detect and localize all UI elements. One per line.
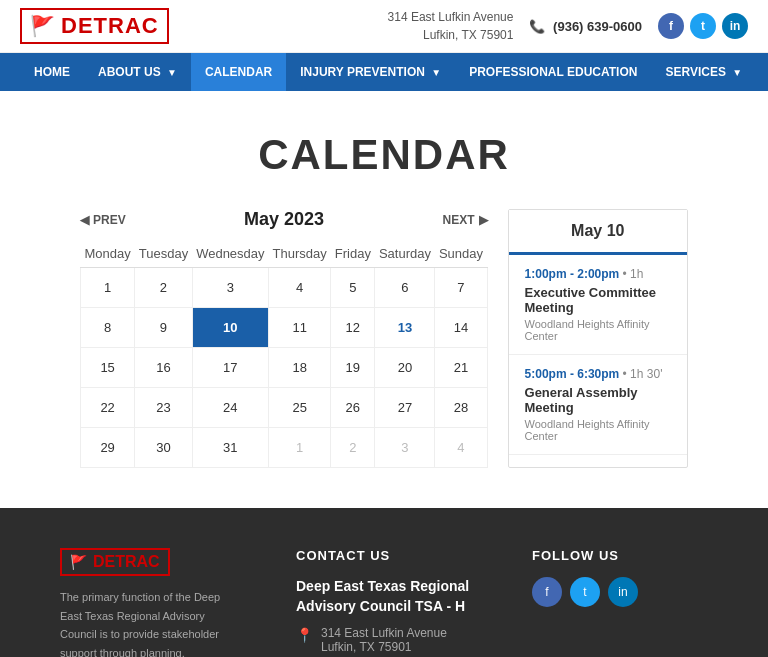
calendar-day[interactable]: 27 [375, 388, 435, 428]
nav-calendar[interactable]: CALENDAR [191, 53, 286, 91]
calendar-day[interactable]: 10 [192, 308, 268, 348]
events-panel: May 10 1:00pm - 2:00pm • 1h Executive Co… [508, 209, 688, 468]
nav-services[interactable]: SERVICES ▼ [651, 53, 756, 91]
calendar-day[interactable]: 9 [135, 308, 192, 348]
calendar-day[interactable]: 4 [435, 428, 487, 468]
calendar-day[interactable]: 24 [192, 388, 268, 428]
calendar-day[interactable]: 3 [192, 268, 268, 308]
calendar-section: ◀ PREV May 2023 NEXT ▶ Monday Tuesday We… [0, 209, 768, 508]
event-item[interactable]: 1:00pm - 2:00pm • 1h Executive Committee… [509, 255, 687, 355]
twitter-icon-header[interactable]: t [690, 13, 716, 39]
calendar-day[interactable]: 12 [331, 308, 375, 348]
calendar-prev-button[interactable]: ◀ PREV [80, 213, 126, 227]
calendar-day[interactable]: 30 [135, 428, 192, 468]
calendar-grid: Monday Tuesday Wednesday Thursday Friday… [80, 240, 488, 468]
calendar-day[interactable]: 25 [269, 388, 331, 428]
calendar-day[interactable]: 31 [192, 428, 268, 468]
event-time: 1:00pm - 2:00pm • 1h [525, 267, 671, 281]
dow-saturday: Saturday [375, 240, 435, 268]
footer-facebook-icon[interactable]: f [532, 577, 562, 607]
page-title: CALENDAR [20, 131, 748, 179]
event-name: Executive Committee Meeting [525, 285, 671, 315]
chevron-down-icon: ▼ [431, 67, 441, 78]
footer-logo[interactable]: 🚩 DETRAC [60, 548, 170, 576]
address-line1: 314 East Lufkin Avenue [388, 8, 514, 26]
address-line2: Lufkin, TX 75901 [388, 26, 514, 44]
phone-block: 📞 (936) 639-0600 [529, 19, 642, 34]
calendar-next-button[interactable]: NEXT ▶ [443, 213, 488, 227]
calendar-header-row: Monday Tuesday Wednesday Thursday Friday… [81, 240, 488, 268]
chevron-right-icon: ▶ [479, 213, 488, 227]
footer-contact-title: CONTACT US [296, 548, 472, 563]
calendar-day[interactable]: 13 [375, 308, 435, 348]
calendar-day[interactable]: 19 [331, 348, 375, 388]
calendar-day[interactable]: 4 [269, 268, 331, 308]
dow-sunday: Sunday [435, 240, 487, 268]
footer-address-item: 📍 314 East Lufkin AvenueLufkin, TX 75901 [296, 626, 472, 654]
top-bar-right: 314 East Lufkin Avenue Lufkin, TX 75901 … [388, 8, 748, 44]
dow-monday: Monday [81, 240, 135, 268]
chevron-down-icon: ▼ [167, 67, 177, 78]
footer-logo-text: DETRAC [93, 553, 160, 571]
calendar-day[interactable]: 17 [192, 348, 268, 388]
calendar-day[interactable]: 1 [81, 268, 135, 308]
calendar-day[interactable]: 21 [435, 348, 487, 388]
facebook-icon-header[interactable]: f [658, 13, 684, 39]
nav-home[interactable]: HOME [20, 53, 84, 91]
calendar-day[interactable]: 16 [135, 348, 192, 388]
calendar-day[interactable]: 28 [435, 388, 487, 428]
logo-flag-icon: 🚩 [30, 14, 55, 38]
calendar-month-title: May 2023 [244, 209, 324, 230]
calendar-day[interactable]: 2 [331, 428, 375, 468]
site-logo[interactable]: 🚩 DETRAC [20, 8, 169, 44]
location-icon: 📍 [296, 627, 313, 643]
nav-about[interactable]: ABOUT US ▼ [84, 53, 191, 91]
linkedin-icon-header[interactable]: in [722, 13, 748, 39]
events-header: May 10 [509, 210, 687, 255]
events-list: 1:00pm - 2:00pm • 1h Executive Committee… [509, 255, 687, 455]
dow-friday: Friday [331, 240, 375, 268]
footer-top: 🚩 DETRAC The primary function of the Dee… [60, 548, 708, 657]
calendar-day[interactable]: 11 [269, 308, 331, 348]
calendar-day[interactable]: 18 [269, 348, 331, 388]
calendar-day[interactable]: 8 [81, 308, 135, 348]
calendar-day[interactable]: 2 [135, 268, 192, 308]
footer-col-about: 🚩 DETRAC The primary function of the Dee… [60, 548, 236, 657]
dow-wednesday: Wednesday [192, 240, 268, 268]
event-location: Woodland Heights Affinity Center [525, 318, 671, 342]
page-title-section: CALENDAR [0, 91, 768, 209]
footer-col-follow: FOLLOW US f t in [532, 548, 708, 657]
calendar-week-row: 1234567 [81, 268, 488, 308]
calendar-day[interactable]: 1 [269, 428, 331, 468]
nav-professional[interactable]: PROFESSIONAL EDUCATION [455, 53, 651, 91]
calendar-day[interactable]: 15 [81, 348, 135, 388]
footer: 🚩 DETRAC The primary function of the Dee… [0, 508, 768, 657]
calendar-day[interactable]: 14 [435, 308, 487, 348]
footer-org-name: Deep East Texas Regional Advisory Counci… [296, 577, 472, 616]
calendar-nav: ◀ PREV May 2023 NEXT ▶ [80, 209, 488, 230]
event-location: Woodland Heights Affinity Center [525, 418, 671, 442]
event-time: 5:00pm - 6:30pm • 1h 30' [525, 367, 671, 381]
calendar-day[interactable]: 26 [331, 388, 375, 428]
calendar-day[interactable]: 20 [375, 348, 435, 388]
nav-minutes[interactable]: MINUTES [756, 53, 768, 91]
footer-social-icons: f t in [532, 577, 708, 607]
calendar-left: ◀ PREV May 2023 NEXT ▶ Monday Tuesday We… [80, 209, 488, 468]
calendar-day[interactable]: 22 [81, 388, 135, 428]
calendar-day[interactable]: 5 [331, 268, 375, 308]
calendar-day[interactable]: 29 [81, 428, 135, 468]
calendar-day[interactable]: 7 [435, 268, 487, 308]
nav-injury[interactable]: INJURY PREVENTION ▼ [286, 53, 455, 91]
footer-address: 314 East Lufkin AvenueLufkin, TX 75901 [321, 626, 447, 654]
chevron-down-icon: ▼ [732, 67, 742, 78]
calendar-day[interactable]: 3 [375, 428, 435, 468]
calendar-day[interactable]: 6 [375, 268, 435, 308]
footer-flag-icon: 🚩 [70, 554, 87, 570]
footer-linkedin-icon[interactable]: in [608, 577, 638, 607]
footer-col-contact: CONTACT US Deep East Texas Regional Advi… [296, 548, 472, 657]
event-item[interactable]: 5:00pm - 6:30pm • 1h 30' General Assembl… [509, 355, 687, 455]
footer-description: The primary function of the Deep East Te… [60, 588, 236, 657]
footer-twitter-icon[interactable]: t [570, 577, 600, 607]
logo-text: DETRAC [61, 13, 159, 39]
calendar-day[interactable]: 23 [135, 388, 192, 428]
